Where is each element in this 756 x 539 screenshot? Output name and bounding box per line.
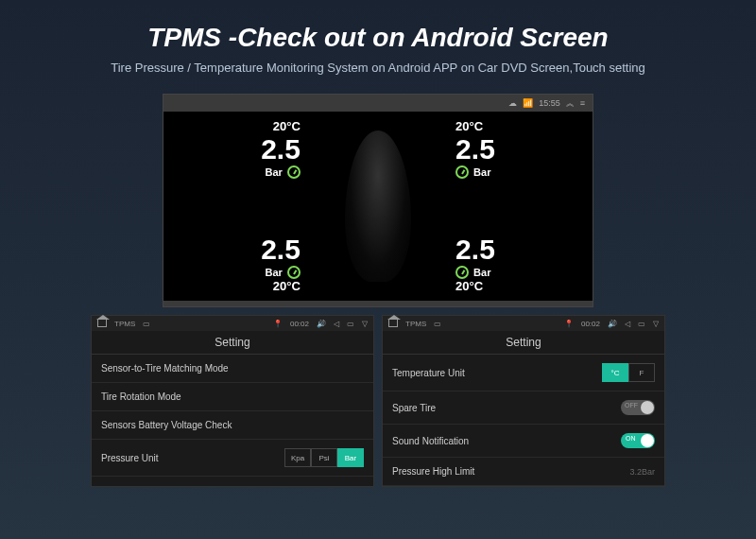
- volume-icon[interactable]: 🔊: [608, 320, 617, 328]
- panel-statusbar: TPMS ▭ 📍 00:02 🔊 ◁ ▭ ▽: [383, 316, 664, 331]
- gauge-icon: [455, 165, 469, 179]
- cloud-icon: ☁: [508, 98, 517, 108]
- row-sound-notification: Sound Notification: [383, 425, 664, 458]
- tire-unit: Bar: [266, 166, 283, 178]
- location-icon: 📍: [564, 320, 574, 328]
- app-name: TPMS: [114, 320, 135, 328]
- android-statusbar: ☁ 📶 15:55 ︽ ≡: [163, 95, 593, 112]
- row-temp-unit: Temperature Unit °C F: [383, 355, 664, 391]
- tire-pressure: 2.5: [261, 135, 301, 164]
- gauge-icon: [455, 266, 469, 279]
- unit-celsius[interactable]: °C: [602, 363, 628, 382]
- tire-temp: 20°C: [455, 279, 495, 293]
- back-icon[interactable]: ◁: [334, 320, 339, 328]
- row-sensor-match[interactable]: Sensor-to-Tire Matching Mode: [92, 355, 373, 383]
- tire-reading-rr: 2.5 Bar 20°C: [455, 234, 495, 293]
- tire-pressure: 2.5: [455, 235, 495, 264]
- tire-pressure: 2.5: [261, 235, 301, 264]
- temp-unit-selector: °C F: [602, 363, 655, 382]
- tire-temp: 20°C: [455, 119, 495, 133]
- row-spare-tire: Spare Tire: [383, 391, 664, 425]
- gauge-icon: [287, 266, 301, 279]
- volume-icon[interactable]: 🔊: [317, 320, 326, 328]
- panel-time: 00:02: [290, 320, 309, 328]
- recent-icon[interactable]: ▭: [347, 320, 354, 328]
- spare-tire-toggle[interactable]: [621, 400, 655, 415]
- panel-title: Setting: [92, 331, 373, 355]
- chevron-up-icon: ︽: [566, 97, 575, 110]
- status-time: 15:55: [539, 98, 560, 108]
- location-icon: 📍: [273, 320, 283, 328]
- panel-statusbar: TPMS ▭ 📍 00:02 🔊 ◁ ▭ ▽: [92, 316, 373, 331]
- home-icon[interactable]: [388, 320, 398, 327]
- settings-panel-right: TPMS ▭ 📍 00:02 🔊 ◁ ▭ ▽ Setting Temperatu…: [382, 315, 665, 487]
- sound-toggle[interactable]: [621, 433, 655, 448]
- high-limit-value: 3.2Bar: [629, 467, 655, 477]
- unit-bar[interactable]: Bar: [337, 448, 364, 467]
- screen-icon: ▭: [434, 320, 441, 328]
- car-silhouette: [345, 130, 411, 282]
- tire-unit: Bar: [266, 267, 283, 278]
- wifi-icon: 📶: [523, 98, 533, 108]
- row-tire-rotation[interactable]: Tire Rotation Mode: [92, 383, 373, 411]
- gauge-icon: [287, 165, 301, 179]
- unit-fahrenheit[interactable]: F: [628, 363, 655, 382]
- panel-title: Setting: [383, 331, 664, 355]
- tire-temp: 20°C: [261, 279, 301, 293]
- down-icon[interactable]: ▽: [653, 320, 659, 328]
- screen-icon: ▭: [143, 320, 150, 328]
- tire-temp: 20°C: [261, 119, 301, 133]
- settings-panel-left: TPMS ▭ 📍 00:02 🔊 ◁ ▭ ▽ Setting Sensor-to…: [91, 315, 374, 487]
- pressure-unit-selector: Kpa Psi Bar: [284, 448, 364, 467]
- tire-reading-fl: 20°C 2.5 Bar: [261, 119, 301, 179]
- app-name: TPMS: [405, 320, 426, 328]
- row-pressure-unit: Pressure Unit Kpa Psi Bar: [92, 440, 373, 477]
- back-icon[interactable]: ◁: [625, 320, 630, 328]
- tire-reading-rl: 2.5 Bar 20°C: [261, 234, 301, 293]
- panel-time: 00:02: [581, 320, 600, 328]
- unit-kpa[interactable]: Kpa: [284, 448, 311, 467]
- page-title: TPMS -Check out on Android Screen: [0, 23, 756, 53]
- home-icon[interactable]: [97, 320, 107, 327]
- menu-icon: ≡: [580, 98, 585, 108]
- tire-pressure: 2.5: [455, 135, 495, 164]
- row-battery-check[interactable]: Sensors Battery Voltage Check: [92, 411, 373, 440]
- unit-psi[interactable]: Psi: [311, 448, 337, 467]
- tire-reading-fr: 20°C 2.5 Bar: [455, 119, 495, 179]
- tire-unit: Bar: [473, 166, 490, 178]
- tire-unit: Bar: [473, 267, 490, 278]
- down-icon[interactable]: ▽: [362, 320, 368, 328]
- recent-icon[interactable]: ▭: [638, 320, 645, 328]
- tpms-main-screen: ☁ 📶 15:55 ︽ ≡ 20°C 2.5 Bar 2.5 Bar 20°C …: [163, 94, 593, 307]
- row-pressure-high-limit[interactable]: Pressure High Limit 3.2Bar: [383, 458, 664, 486]
- page-subtitle: Tire Pressure / Temperature Monitoring S…: [0, 61, 756, 75]
